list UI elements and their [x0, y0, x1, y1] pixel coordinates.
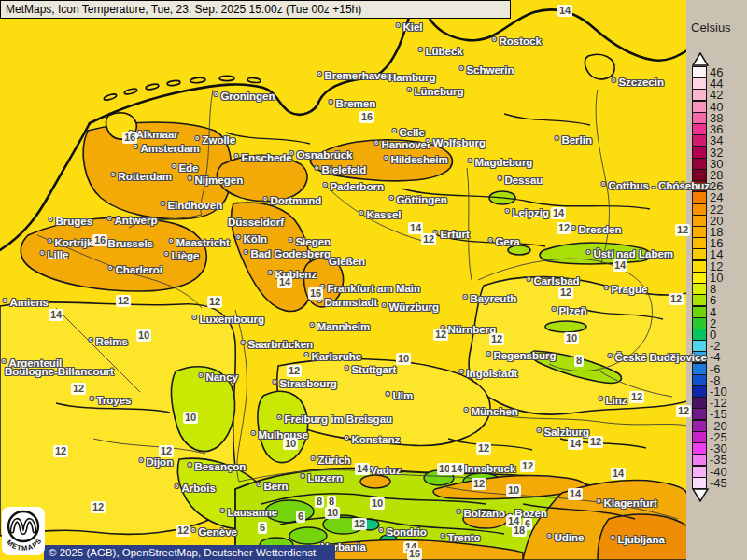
legend-swatch: [692, 317, 707, 329]
legend-swatch: [692, 420, 707, 432]
legend-swatch: [692, 237, 707, 249]
metmaps-logo: METMAPS: [2, 507, 45, 556]
legend-swatch: [692, 260, 707, 273]
legend-swatch: [692, 340, 707, 352]
legend-title: Celsius: [691, 21, 731, 35]
legend-swatch: [692, 442, 707, 455]
legend-swatch: [692, 134, 707, 147]
legend-swatch: [692, 147, 707, 159]
legend-tick-label: -45: [710, 478, 727, 489]
legend-swatch: [692, 215, 707, 227]
triangle-down-icon: [692, 488, 709, 502]
legend-swatch: [692, 89, 707, 101]
legend-swatch: [692, 203, 707, 216]
legend-swatch: [692, 397, 707, 409]
legend-swatch: [692, 363, 707, 375]
legend-swatch: [692, 329, 707, 341]
legend-swatch: [692, 408, 707, 420]
triangle-up-icon: [692, 52, 709, 66]
legend-swatch: [692, 374, 707, 386]
legend-swatch: [692, 226, 707, 238]
legend-swatch: [692, 77, 707, 90]
legend-swatch: [692, 454, 707, 466]
legend-swatch: [692, 431, 707, 443]
legend-swatch: [692, 101, 707, 113]
legend-swatch: [692, 112, 707, 124]
metmaps-weather-map-screen: °Groningen°Alkmaar°Zwolle°Amsterdam°Ede°…: [0, 0, 747, 560]
legend-swatch: [692, 191, 707, 203]
legend-swatch: [692, 294, 707, 306]
legend-swatch: [692, 477, 707, 489]
legend-swatch: [692, 169, 707, 181]
legend-swatch: [692, 123, 707, 135]
legend-swatch: [692, 66, 707, 78]
legend-swatch: [692, 351, 707, 363]
legend-swatch: [692, 248, 707, 260]
title-bar: MetMaps, Icon Temperature, Tue, 23. Sep.…: [0, 0, 511, 19]
legend-swatch: [692, 158, 707, 170]
temperature-map-canvas: [0, 0, 687, 560]
legend-swatch: [692, 306, 707, 318]
legend-sidebar: Celsius 46444240383634323028262422201816…: [686, 0, 747, 560]
legend-swatch: [692, 466, 707, 478]
legend-swatch: [692, 272, 707, 284]
legend-swatch: [692, 283, 707, 295]
legend-swatch: [692, 180, 707, 192]
legend-swatch: [692, 385, 707, 398]
copyright-bar: © 2025 (AGB), OpenStreetMap, Deutscher W…: [44, 545, 335, 560]
